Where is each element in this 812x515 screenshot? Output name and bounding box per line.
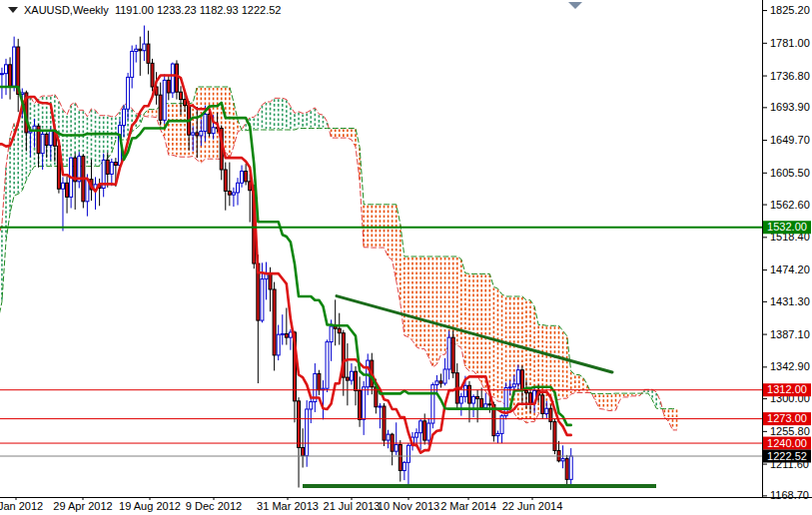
kijun-sen-line: [0, 87, 571, 425]
horizontal-level-lines[interactable]: [0, 228, 762, 456]
time-axis[interactable]: 8 Jan 201229 Apr 201219 Aug 20129 Dec 20…: [0, 497, 562, 512]
candlesticks: [0, 26, 572, 488]
chart-title: XAUUSD,Weekly 1191.00 1233.23 1182.93 12…: [8, 3, 281, 17]
price-badge-label: 1222.52: [767, 450, 807, 462]
x-date-label: 22 Jun 2014: [502, 500, 563, 512]
x-date-label: 29 Apr 2012: [53, 500, 112, 512]
x-date-label: 2 Mar 2014: [440, 500, 496, 512]
x-date-label: 31 Mar 2013: [257, 500, 319, 512]
price-badge-label: 1312.00: [767, 383, 807, 395]
y-tick-label: 1474.20: [770, 263, 810, 275]
y-tick-label: 1649.70: [770, 134, 810, 146]
plot-area[interactable]: [0, 26, 762, 488]
ohlc-values-label: 1191.00 1233.23 1182.93 1222.52: [115, 4, 282, 16]
y-tick-label: 1562.60: [770, 199, 810, 211]
symbol-timeframe-label: XAUUSD,Weekly: [24, 4, 109, 16]
y-tick-label: 1605.50: [770, 167, 810, 179]
chart-collapse-icon[interactable]: [8, 7, 18, 13]
x-date-label: 19 Aug 2012: [119, 500, 181, 512]
y-tick-label: 1736.80: [770, 70, 810, 82]
price-badge-label: 1532.00: [767, 221, 807, 233]
y-tick-label: 1431.30: [770, 295, 810, 307]
senkou-span-a-line: [0, 94, 677, 430]
y-tick-label: 1342.90: [770, 360, 810, 372]
price-chart-canvas[interactable]: 1825.201781.001736.801693.901649.701605.…: [0, 0, 812, 515]
price-axis[interactable]: 1825.201781.001736.801693.901649.701605.…: [763, 4, 811, 501]
trading-chart-window: 1825.201781.001736.801693.901649.701605.…: [0, 0, 812, 515]
y-tick-label: 1781.00: [770, 37, 810, 49]
y-tick-label: 1255.80: [770, 425, 810, 437]
price-badge-label: 1273.00: [767, 412, 807, 424]
x-date-label: 10 Nov 2013: [378, 500, 439, 512]
y-tick-label: 1825.20: [770, 4, 810, 16]
price-badge-label: 1240.00: [767, 437, 807, 449]
y-tick-label: 1693.90: [770, 101, 810, 113]
y-tick-label: 1387.10: [770, 328, 810, 340]
x-date-label: 8 Jan 2012: [0, 500, 43, 512]
y-tick-label: 1168.70: [770, 489, 809, 501]
chart-shift-marker-icon[interactable]: [568, 2, 582, 9]
x-date-label: 21 Jul 2013: [324, 500, 381, 512]
x-date-label: 9 Dec 2012: [186, 500, 242, 512]
descending-trendline[interactable]: [337, 296, 612, 372]
